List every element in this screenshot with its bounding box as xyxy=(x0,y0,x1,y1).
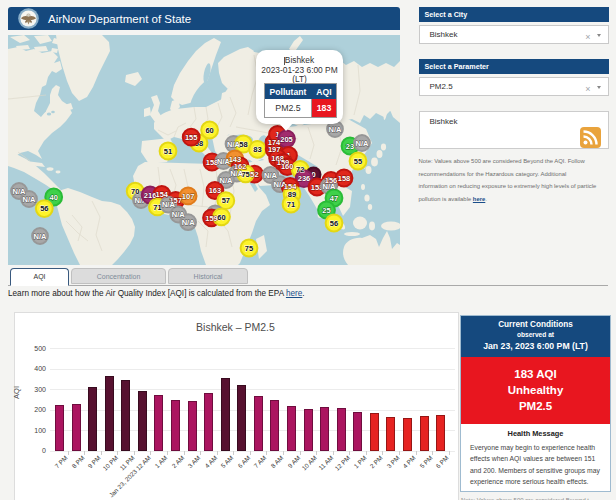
svg-text:70: 70 xyxy=(131,187,139,196)
svg-text:N/A: N/A xyxy=(23,195,37,204)
svg-text:107: 107 xyxy=(182,192,195,201)
svg-text:56: 56 xyxy=(40,204,48,213)
svg-text:163: 163 xyxy=(209,186,222,195)
svg-text:155: 155 xyxy=(185,133,198,142)
svg-text:52: 52 xyxy=(250,170,258,179)
svg-text:216: 216 xyxy=(144,191,157,200)
svg-text:56: 56 xyxy=(330,219,338,228)
svg-text:55: 55 xyxy=(354,157,362,166)
svg-text:83: 83 xyxy=(253,145,261,154)
svg-text:N/A: N/A xyxy=(162,200,176,209)
svg-text:71: 71 xyxy=(153,203,161,212)
svg-text:N/A: N/A xyxy=(220,176,234,185)
svg-text:154: 154 xyxy=(156,190,169,199)
svg-text:25: 25 xyxy=(322,206,330,215)
svg-text:N/A: N/A xyxy=(264,171,278,180)
svg-text:58: 58 xyxy=(239,140,247,149)
svg-text:60: 60 xyxy=(217,213,225,222)
svg-text:71: 71 xyxy=(287,200,295,209)
svg-text:160: 160 xyxy=(281,162,294,171)
svg-text:72: 72 xyxy=(296,165,304,174)
svg-text:75: 75 xyxy=(245,244,253,253)
svg-text:60: 60 xyxy=(205,126,213,135)
svg-text:75: 75 xyxy=(241,170,249,179)
svg-text:47: 47 xyxy=(330,194,338,203)
svg-text:158: 158 xyxy=(338,174,351,183)
svg-text:N/A: N/A xyxy=(356,139,370,148)
svg-text:236: 236 xyxy=(298,174,311,183)
svg-text:205: 205 xyxy=(280,135,293,144)
svg-text:174: 174 xyxy=(268,138,281,147)
svg-text:89: 89 xyxy=(288,190,296,199)
svg-text:57: 57 xyxy=(222,196,230,205)
svg-text:N/A: N/A xyxy=(323,182,337,191)
svg-text:159: 159 xyxy=(205,214,218,223)
svg-text:23: 23 xyxy=(346,142,354,151)
svg-text:51: 51 xyxy=(164,147,172,156)
svg-text:N/A: N/A xyxy=(182,218,196,227)
svg-text:40: 40 xyxy=(50,193,58,202)
svg-text:N/A: N/A xyxy=(34,232,48,241)
svg-text:N/A: N/A xyxy=(329,125,343,134)
